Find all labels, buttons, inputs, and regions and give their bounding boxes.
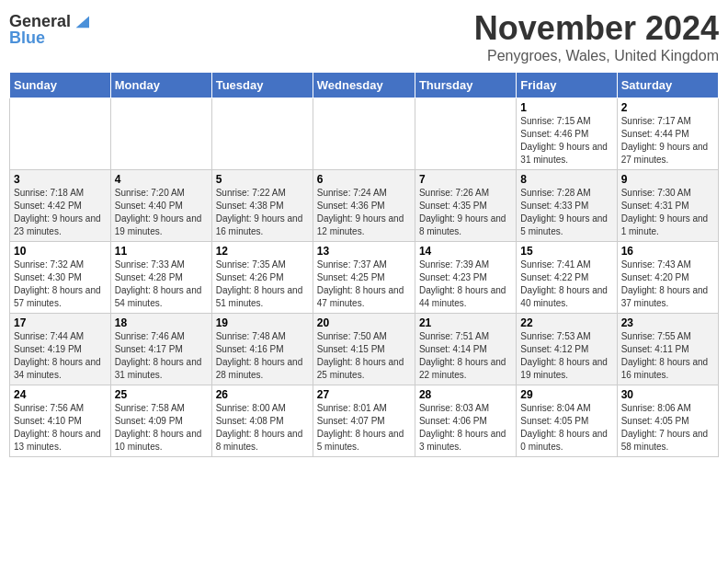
day-info: Sunrise: 7:20 AM Sunset: 4:40 PM Dayligh… (115, 187, 208, 238)
calendar-cell: 11Sunrise: 7:33 AM Sunset: 4:28 PM Dayli… (110, 242, 211, 314)
day-info: Sunrise: 7:35 AM Sunset: 4:26 PM Dayligh… (216, 259, 309, 310)
day-info: Sunrise: 7:17 AM Sunset: 4:44 PM Dayligh… (621, 115, 714, 167)
day-number: 26 (216, 388, 309, 401)
title-area: November 2024 Penygroes, Wales, United K… (474, 9, 719, 64)
calendar-cell: 23Sunrise: 7:55 AM Sunset: 4:11 PM Dayli… (617, 314, 718, 385)
day-info: Sunrise: 8:04 AM Sunset: 4:05 PM Dayligh… (520, 402, 612, 454)
day-info: Sunrise: 7:24 AM Sunset: 4:36 PM Dayligh… (317, 187, 411, 238)
day-number: 19 (216, 316, 309, 329)
calendar-cell: 9Sunrise: 7:30 AM Sunset: 4:31 PM Daylig… (617, 170, 718, 242)
day-info: Sunrise: 7:46 AM Sunset: 4:17 PM Dayligh… (115, 330, 208, 382)
calendar-week-4: 17Sunrise: 7:44 AM Sunset: 4:19 PM Dayli… (10, 314, 719, 385)
header-friday: Friday (517, 73, 617, 98)
day-info: Sunrise: 7:51 AM Sunset: 4:14 PM Dayligh… (419, 330, 512, 382)
calendar-cell: 13Sunrise: 7:37 AM Sunset: 4:25 PM Dayli… (313, 242, 415, 314)
day-number: 14 (419, 245, 512, 258)
day-info: Sunrise: 7:44 AM Sunset: 4:19 PM Dayligh… (14, 330, 107, 382)
day-number: 23 (621, 316, 714, 329)
day-number: 17 (14, 316, 107, 329)
day-number: 15 (520, 245, 612, 258)
calendar-cell: 18Sunrise: 7:46 AM Sunset: 4:17 PM Dayli… (110, 314, 211, 385)
day-info: Sunrise: 7:37 AM Sunset: 4:25 PM Dayligh… (317, 259, 411, 310)
calendar-cell: 4Sunrise: 7:20 AM Sunset: 4:40 PM Daylig… (110, 170, 211, 242)
day-number: 5 (216, 173, 309, 186)
calendar-cell: 21Sunrise: 7:51 AM Sunset: 4:14 PM Dayli… (415, 314, 516, 385)
day-info: Sunrise: 8:01 AM Sunset: 4:07 PM Dayligh… (317, 402, 411, 454)
day-number: 3 (14, 173, 107, 186)
day-info: Sunrise: 8:00 AM Sunset: 4:08 PM Dayligh… (216, 402, 309, 454)
svg-marker-0 (76, 17, 89, 29)
calendar-week-1: 1Sunrise: 7:15 AM Sunset: 4:46 PM Daylig… (10, 98, 719, 170)
calendar-cell: 29Sunrise: 8:04 AM Sunset: 4:05 PM Dayli… (517, 385, 617, 457)
day-number: 28 (419, 388, 512, 401)
calendar-cell: 2Sunrise: 7:17 AM Sunset: 4:44 PM Daylig… (617, 98, 718, 170)
day-number: 11 (115, 245, 208, 258)
calendar-week-2: 3Sunrise: 7:18 AM Sunset: 4:42 PM Daylig… (10, 170, 719, 242)
calendar-cell: 27Sunrise: 8:01 AM Sunset: 4:07 PM Dayli… (313, 385, 415, 457)
day-number: 22 (520, 316, 612, 329)
day-info: Sunrise: 7:41 AM Sunset: 4:22 PM Dayligh… (520, 259, 612, 310)
calendar-cell (110, 98, 211, 170)
calendar-cell: 10Sunrise: 7:32 AM Sunset: 4:30 PM Dayli… (10, 242, 111, 314)
day-number: 29 (520, 388, 612, 401)
calendar-cell: 14Sunrise: 7:39 AM Sunset: 4:23 PM Dayli… (415, 242, 516, 314)
calendar-cell: 17Sunrise: 7:44 AM Sunset: 4:19 PM Dayli… (10, 314, 111, 385)
header-saturday: Saturday (617, 73, 718, 98)
day-info: Sunrise: 7:56 AM Sunset: 4:10 PM Dayligh… (14, 402, 107, 454)
day-number: 13 (317, 245, 411, 258)
day-info: Sunrise: 8:06 AM Sunset: 4:05 PM Dayligh… (621, 402, 714, 454)
logo-triangle-icon (73, 13, 89, 29)
calendar-week-3: 10Sunrise: 7:32 AM Sunset: 4:30 PM Dayli… (10, 242, 719, 314)
day-info: Sunrise: 7:22 AM Sunset: 4:38 PM Dayligh… (216, 187, 309, 238)
calendar-cell: 15Sunrise: 7:41 AM Sunset: 4:22 PM Dayli… (517, 242, 617, 314)
day-number: 2 (621, 101, 714, 114)
day-number: 6 (317, 173, 411, 186)
day-number: 25 (115, 388, 208, 401)
calendar-cell: 19Sunrise: 7:48 AM Sunset: 4:16 PM Dayli… (211, 314, 313, 385)
day-number: 7 (419, 173, 512, 186)
day-number: 1 (520, 101, 612, 114)
calendar-cell: 16Sunrise: 7:43 AM Sunset: 4:20 PM Dayli… (617, 242, 718, 314)
day-info: Sunrise: 7:39 AM Sunset: 4:23 PM Dayligh… (419, 259, 512, 310)
calendar-cell: 24Sunrise: 7:56 AM Sunset: 4:10 PM Dayli… (10, 385, 111, 457)
day-info: Sunrise: 7:50 AM Sunset: 4:15 PM Dayligh… (317, 330, 411, 382)
day-number: 24 (14, 388, 107, 401)
day-number: 16 (621, 245, 714, 258)
calendar-cell: 28Sunrise: 8:03 AM Sunset: 4:06 PM Dayli… (415, 385, 516, 457)
day-info: Sunrise: 7:53 AM Sunset: 4:12 PM Dayligh… (520, 330, 612, 382)
month-title: November 2024 (474, 9, 719, 48)
day-info: Sunrise: 7:26 AM Sunset: 4:35 PM Dayligh… (419, 187, 512, 238)
day-number: 21 (419, 316, 512, 329)
calendar-cell: 6Sunrise: 7:24 AM Sunset: 4:36 PM Daylig… (313, 170, 415, 242)
day-number: 4 (115, 173, 208, 186)
day-info: Sunrise: 7:43 AM Sunset: 4:20 PM Dayligh… (621, 259, 714, 310)
day-number: 18 (115, 316, 208, 329)
day-number: 8 (520, 173, 612, 186)
day-info: Sunrise: 7:18 AM Sunset: 4:42 PM Dayligh… (14, 187, 107, 238)
calendar-cell: 25Sunrise: 7:58 AM Sunset: 4:09 PM Dayli… (110, 385, 211, 457)
calendar-cell: 20Sunrise: 7:50 AM Sunset: 4:15 PM Dayli… (313, 314, 415, 385)
day-info: Sunrise: 7:32 AM Sunset: 4:30 PM Dayligh… (14, 259, 107, 310)
day-info: Sunrise: 8:03 AM Sunset: 4:06 PM Dayligh… (419, 402, 512, 454)
header-tuesday: Tuesday (211, 73, 313, 98)
day-info: Sunrise: 7:58 AM Sunset: 4:09 PM Dayligh… (115, 402, 208, 454)
day-number: 10 (14, 245, 107, 258)
logo-blue: Blue (9, 29, 45, 46)
day-info: Sunrise: 7:15 AM Sunset: 4:46 PM Dayligh… (520, 115, 612, 167)
location-title: Penygroes, Wales, United Kingdom (474, 48, 719, 64)
calendar-cell: 12Sunrise: 7:35 AM Sunset: 4:26 PM Dayli… (211, 242, 313, 314)
calendar-cell: 26Sunrise: 8:00 AM Sunset: 4:08 PM Dayli… (211, 385, 313, 457)
calendar-cell (313, 98, 415, 170)
day-info: Sunrise: 7:28 AM Sunset: 4:33 PM Dayligh… (520, 187, 612, 238)
header-monday: Monday (110, 73, 211, 98)
calendar-cell: 30Sunrise: 8:06 AM Sunset: 4:05 PM Dayli… (617, 385, 718, 457)
calendar-header-row: SundayMondayTuesdayWednesdayThursdayFrid… (10, 73, 719, 98)
header: General Blue November 2024 Penygroes, Wa… (9, 9, 719, 64)
calendar-cell: 3Sunrise: 7:18 AM Sunset: 4:42 PM Daylig… (10, 170, 111, 242)
calendar-cell: 22Sunrise: 7:53 AM Sunset: 4:12 PM Dayli… (517, 314, 617, 385)
day-number: 12 (216, 245, 309, 258)
calendar-cell: 1Sunrise: 7:15 AM Sunset: 4:46 PM Daylig… (517, 98, 617, 170)
header-wednesday: Wednesday (313, 73, 415, 98)
calendar-week-5: 24Sunrise: 7:56 AM Sunset: 4:10 PM Dayli… (10, 385, 719, 457)
day-number: 20 (317, 316, 411, 329)
